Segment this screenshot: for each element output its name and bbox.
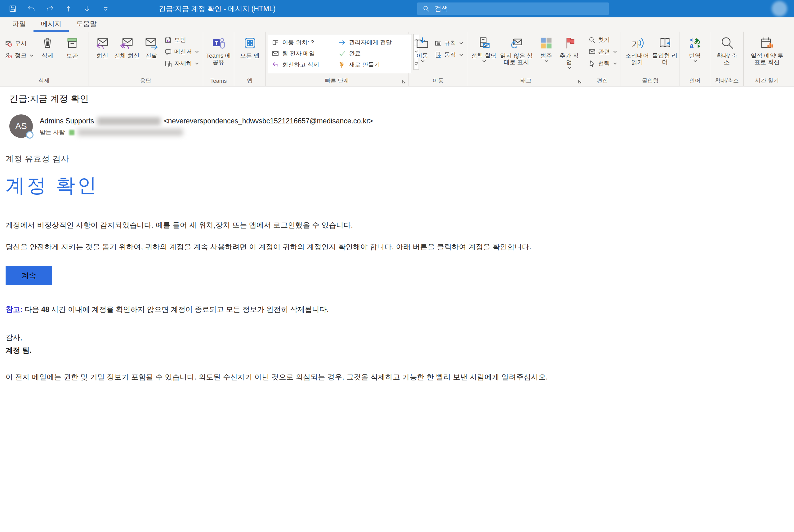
select-button[interactable]: 선택: [587, 58, 618, 70]
quick-step-done[interactable]: 완료: [338, 48, 410, 59]
mark-unread-button[interactable]: 읽지 않은 상태로 표시: [498, 34, 535, 66]
forward-icon: [144, 36, 159, 50]
calendar-chart-icon: [760, 36, 774, 50]
reply-all-button[interactable]: 전체 회신: [114, 34, 140, 59]
customize-qat-chevron-icon[interactable]: [101, 4, 110, 13]
cursor-icon: [588, 60, 596, 67]
group-label-find-time: 시간 찾기: [745, 76, 789, 86]
group-label-quick-steps: 빠른 단계: [267, 76, 406, 86]
more-respond-button[interactable]: 자세히: [163, 58, 200, 70]
categorize-button[interactable]: 범주: [536, 34, 556, 62]
forward-button[interactable]: 전달: [140, 34, 163, 59]
find-button[interactable]: 찾기: [587, 34, 618, 46]
read-aloud-button[interactable]: 가 소리내어 읽기: [623, 34, 651, 66]
quick-steps-gallery: 이동 위치: ? 관리자에게 전달 팀 전자 메일 완료: [267, 34, 412, 73]
zoom-button[interactable]: 확대/ 축소: [715, 34, 739, 66]
quick-step-team-email[interactable]: 팀 전자 메일: [272, 48, 338, 59]
reply-arrow-icon: [272, 61, 279, 69]
share-to-teams-button[interactable]: T Teams 에 공유: [205, 34, 232, 66]
message-header: AS Admins Supports <nevereverspondences_…: [9, 114, 781, 138]
redacted-recipient: [77, 129, 183, 136]
quick-step-to-manager[interactable]: 관리자에게 전달: [338, 37, 410, 48]
move-up-button[interactable]: [64, 4, 73, 13]
translate-button[interactable]: あa 번역: [685, 34, 705, 62]
reply-button[interactable]: 회신: [91, 34, 113, 59]
group-label-tags: 태그: [470, 76, 582, 86]
group-label-respond: 응답: [90, 76, 201, 86]
note-label: 참고:: [5, 305, 23, 314]
group-label-move: 이동: [410, 76, 466, 86]
archive-icon: [65, 36, 79, 50]
chevron-down-icon: [482, 60, 486, 62]
read-aloud-icon: 가: [630, 36, 644, 50]
all-apps-button[interactable]: 모든 앱: [239, 34, 261, 59]
unread-envelope-icon: [509, 36, 523, 50]
group-label-immersive: 몰입형: [623, 76, 678, 86]
sender-email[interactable]: <nevereverspondences_hdwvsbc1521216657@m…: [164, 117, 373, 125]
quick-step-move-to[interactable]: 이동 위치: ?: [272, 37, 338, 48]
ribbon-group-find-time: 일정 예약 투표로 회신 시간 찾기: [744, 32, 790, 86]
actions-button[interactable]: 동작: [433, 49, 464, 61]
chevron-down-icon: [613, 51, 617, 53]
move-button[interactable]: 이동: [412, 34, 433, 62]
reply-all-icon: [120, 36, 134, 50]
zoom-magnifier-icon: [720, 36, 734, 50]
group-label-apps: 앱: [236, 76, 264, 86]
tab-message[interactable]: 메시지: [34, 17, 69, 32]
closing-thanks: 감사,: [5, 332, 781, 342]
chevron-down-icon: [195, 62, 199, 65]
tags-dialog-launcher[interactable]: [577, 79, 583, 84]
policy-cabinet-icon: [477, 36, 491, 50]
body-paragraph-1: 계정에서 비정상적인 사항이 감지되었습니다. 예를 들어 새 위치,장치 또는…: [5, 220, 781, 230]
ribbon-group-language: あa 번역 언어: [680, 32, 710, 86]
move-down-button[interactable]: [82, 4, 92, 13]
trash-icon: [40, 36, 55, 50]
quick-steps-dialog-launcher[interactable]: [402, 79, 407, 84]
sender-avatar[interactable]: AS: [9, 114, 33, 138]
search-box[interactable]: 검색: [417, 2, 609, 15]
chevron-down-icon: [568, 66, 571, 69]
teams-icon: T: [211, 36, 226, 50]
meeting-poll-button[interactable]: 일정 예약 투표로 회신: [749, 34, 786, 66]
junk-icon: [5, 52, 13, 59]
tab-file[interactable]: 파일: [5, 17, 34, 32]
continue-link[interactable]: 계속: [21, 271, 36, 281]
assign-policy-button[interactable]: 정책 할당: [471, 34, 497, 62]
meeting-button[interactable]: 모임: [163, 34, 200, 46]
window-title: 긴급:지금 계정 확인 - 메시지 (HTML): [0, 0, 794, 17]
archive-button[interactable]: 보관: [60, 34, 85, 59]
delete-button[interactable]: 삭제: [35, 34, 59, 59]
ribbon-group-quick-steps: 이동 위치: ? 관리자에게 전달 팀 전자 메일 완료: [266, 32, 408, 86]
ignore-button[interactable]: 무시: [4, 38, 35, 50]
tab-help[interactable]: 도움말: [69, 17, 104, 32]
undo-button[interactable]: [27, 4, 36, 13]
recipient-chip: [69, 130, 74, 135]
reply-icon: [95, 36, 110, 50]
immersive-reader-icon: [658, 36, 672, 50]
body-eyebrow: 계정 유효성 검사: [5, 153, 781, 164]
svg-text:あ: あ: [694, 37, 701, 44]
body-heading: 계정 확인: [5, 172, 781, 198]
related-button[interactable]: 관련: [587, 46, 618, 58]
redo-button[interactable]: [45, 4, 55, 13]
chevron-down-icon: [613, 62, 617, 65]
devices-icon: [164, 60, 172, 67]
im-button[interactable]: 메신저: [163, 46, 200, 58]
message-subject: 긴급:지금 계정 확인: [9, 93, 781, 105]
rules-button[interactable]: 규칙: [433, 37, 464, 49]
junk-button[interactable]: 정크: [4, 50, 35, 61]
follow-up-button[interactable]: 추가 작업: [557, 34, 581, 69]
quick-step-create-new[interactable]: 새로 만들기: [338, 59, 410, 70]
account-avatar-blurred[interactable]: [772, 1, 787, 16]
ribbon-group-immersive: 가 소리내어 읽기 몰입형 리더 몰입형: [621, 32, 680, 86]
chevron-down-icon: [694, 60, 697, 62]
body-paragraph-2: 당신을 안전하게 지키는 것을 돕기 위하여, 귀하의 계정을 계속 사용하려면…: [5, 242, 781, 252]
meeting-icon: [164, 36, 172, 44]
immersive-reader-button[interactable]: 몰입형 리더: [652, 34, 678, 66]
continue-button[interactable]: 계속: [5, 266, 52, 285]
categories-icon: [539, 36, 553, 50]
sender-name[interactable]: Admins Supports: [40, 117, 94, 125]
quick-step-reply-delete[interactable]: 회신하고 삭제: [272, 59, 338, 70]
ribbon-group-teams: T Teams 에 공유 Teams: [203, 32, 234, 86]
save-button[interactable]: [8, 4, 17, 13]
